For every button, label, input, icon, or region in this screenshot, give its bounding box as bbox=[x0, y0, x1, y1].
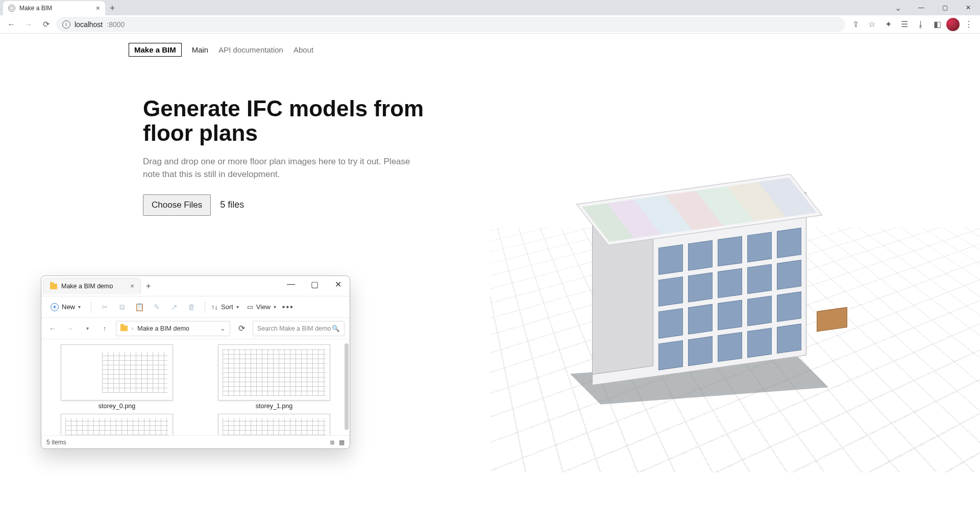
file-item[interactable]: storey_0.png bbox=[48, 344, 185, 410]
file-explorer-window[interactable]: Make a BIM demo × + ― ▢ ✕ + New ▾ ✂ ⧉ 📋 … bbox=[41, 275, 350, 449]
page-content: Make a BIM Main API documentation About … bbox=[0, 34, 980, 526]
explorer-new-tab-button[interactable]: + bbox=[141, 282, 156, 291]
explorer-close-button[interactable]: ✕ bbox=[326, 276, 350, 292]
forward-button[interactable]: → bbox=[21, 17, 36, 32]
bookmark-icon[interactable]: ☆ bbox=[865, 17, 879, 32]
explorer-tab-close-icon[interactable]: × bbox=[130, 283, 134, 290]
explorer-view-button[interactable]: ▭ View ▾ bbox=[247, 303, 276, 311]
file-item[interactable]: storey_1.png bbox=[206, 344, 342, 410]
reading-list-icon[interactable]: ☰ bbox=[897, 17, 912, 32]
side-panel-icon[interactable]: ◧ bbox=[930, 17, 944, 32]
breadcrumb-current[interactable]: Make a BIM demo bbox=[137, 325, 189, 332]
file-label: storey_0.png bbox=[99, 403, 135, 410]
site-info-icon[interactable]: i bbox=[62, 20, 70, 29]
folder-icon bbox=[120, 325, 128, 331]
explorer-refresh-button[interactable]: ⟳ bbox=[235, 323, 248, 333]
minimize-button[interactable]: ― bbox=[910, 0, 933, 15]
close-tab-icon[interactable]: × bbox=[96, 4, 100, 12]
scrollbar[interactable] bbox=[345, 343, 349, 430]
file-input-row: Choose Files 5 files bbox=[143, 194, 429, 216]
building-model bbox=[561, 177, 847, 401]
menu-icon[interactable]: ⋮ bbox=[962, 17, 976, 32]
explorer-minimize-button[interactable]: ― bbox=[279, 276, 303, 292]
hero-title: Generate IFC models from floor plans bbox=[143, 96, 429, 146]
chevron-down-icon[interactable]: ⌄ bbox=[220, 324, 226, 332]
browser-tab[interactable]: Make a BIM × bbox=[3, 1, 105, 15]
close-window-button[interactable]: ✕ bbox=[957, 0, 980, 15]
tab-title: Make a BIM bbox=[19, 5, 52, 12]
nav-main[interactable]: Main bbox=[192, 45, 209, 54]
new-tab-button[interactable]: + bbox=[105, 1, 119, 15]
explorer-view-label: View bbox=[256, 303, 271, 311]
reload-button[interactable]: ⟳ bbox=[39, 17, 53, 32]
nav-api-documentation[interactable]: API documentation bbox=[218, 45, 283, 54]
file-thumbnail bbox=[218, 344, 330, 400]
url-port: :8000 bbox=[107, 20, 125, 29]
window-controls: ⌄ ― ▢ ✕ bbox=[886, 0, 980, 15]
address-bar[interactable]: i localhost:8000 bbox=[56, 17, 845, 32]
hero: Generate IFC models from floor plans Dra… bbox=[143, 96, 429, 216]
explorer-titlebar[interactable]: Make a BIM demo × + ― ▢ ✕ bbox=[41, 276, 350, 296]
share-icon[interactable]: ⇪ bbox=[848, 17, 863, 32]
file-item[interactable] bbox=[48, 414, 185, 435]
search-icon: 🔍 bbox=[332, 324, 340, 332]
globe-icon bbox=[8, 5, 15, 12]
explorer-recent-button[interactable]: ▾ bbox=[81, 325, 93, 331]
explorer-more-button[interactable]: ••• bbox=[279, 303, 297, 312]
rename-icon[interactable]: ✎ bbox=[150, 300, 164, 314]
file-thumbnail bbox=[61, 414, 173, 435]
file-thumbnail bbox=[218, 414, 330, 435]
thumbnails-view-icon[interactable]: ▦ bbox=[339, 439, 345, 446]
explorer-address-row: ← → ▾ ↑ › Make a BIM demo ⌄ ⟳ Search Mak… bbox=[41, 318, 350, 339]
folder-icon bbox=[50, 284, 57, 289]
search-placeholder: Search Make a BIM demo bbox=[257, 325, 331, 332]
cut-icon[interactable]: ✂ bbox=[97, 300, 112, 314]
status-item-count: 5 items bbox=[46, 439, 66, 446]
sort-icon: ↑↓ bbox=[211, 303, 218, 311]
explorer-tab[interactable]: Make a BIM demo × bbox=[43, 278, 141, 294]
plus-circle-icon: + bbox=[51, 303, 59, 311]
explorer-tab-title: Make a BIM demo bbox=[61, 283, 113, 290]
browser-titlebar: Make a BIM × + ⌄ ― ▢ ✕ bbox=[0, 0, 980, 15]
file-label: storey_1.png bbox=[256, 403, 292, 410]
chevron-down-icon: ▾ bbox=[274, 304, 276, 310]
back-button[interactable]: ← bbox=[4, 17, 18, 32]
explorer-sort-label: Sort bbox=[221, 303, 233, 311]
view-icon: ▭ bbox=[247, 303, 253, 311]
url-host: localhost bbox=[75, 20, 103, 29]
explorer-maximize-button[interactable]: ▢ bbox=[303, 276, 326, 292]
share-icon[interactable]: ↗ bbox=[167, 300, 181, 314]
explorer-body[interactable]: storey_0.png storey_1.png bbox=[41, 339, 350, 435]
explorer-up-button[interactable]: ↑ bbox=[99, 324, 111, 333]
model-preview[interactable] bbox=[490, 166, 980, 472]
hero-subtitle: Drag and drop one or more floor plan ima… bbox=[143, 155, 429, 181]
tab-search-icon[interactable]: ⌄ bbox=[886, 0, 910, 15]
delete-icon[interactable]: 🗑 bbox=[184, 300, 199, 314]
explorer-sort-button[interactable]: ↑↓ Sort ▾ bbox=[211, 303, 239, 311]
extensions-icon[interactable]: ✦ bbox=[881, 17, 895, 32]
explorer-toolbar: + New ▾ ✂ ⧉ 📋 ✎ ↗ 🗑 ↑↓ Sort ▾ ▭ View ▾ •… bbox=[41, 296, 350, 318]
explorer-status-bar: 5 items ≣ ▦ bbox=[41, 435, 350, 448]
profile-avatar[interactable] bbox=[946, 18, 960, 31]
file-item[interactable] bbox=[206, 414, 342, 435]
nav-about[interactable]: About bbox=[293, 45, 313, 54]
downloads-icon[interactable]: ⭳ bbox=[914, 17, 928, 32]
chevron-down-icon: ▾ bbox=[78, 304, 81, 310]
file-thumbnail bbox=[61, 344, 173, 400]
chevron-down-icon: ▾ bbox=[236, 304, 239, 310]
explorer-new-button[interactable]: + New ▾ bbox=[46, 301, 85, 313]
paste-icon[interactable]: 📋 bbox=[132, 300, 146, 314]
file-count-label: 5 files bbox=[220, 199, 244, 210]
explorer-breadcrumb[interactable]: › Make a BIM demo ⌄ bbox=[116, 321, 230, 336]
site-logo[interactable]: Make a BIM bbox=[129, 43, 182, 57]
copy-icon[interactable]: ⧉ bbox=[115, 300, 129, 314]
small-cube bbox=[817, 307, 847, 332]
site-navbar: Make a BIM Main API documentation About bbox=[0, 34, 980, 57]
explorer-forward-button[interactable]: → bbox=[64, 324, 76, 333]
details-view-icon[interactable]: ≣ bbox=[330, 439, 335, 446]
explorer-search-input[interactable]: Search Make a BIM demo 🔍 bbox=[253, 321, 345, 336]
chevron-right-icon: › bbox=[132, 325, 133, 331]
maximize-button[interactable]: ▢ bbox=[933, 0, 957, 15]
explorer-back-button[interactable]: ← bbox=[46, 324, 59, 333]
choose-files-button[interactable]: Choose Files bbox=[143, 194, 211, 216]
